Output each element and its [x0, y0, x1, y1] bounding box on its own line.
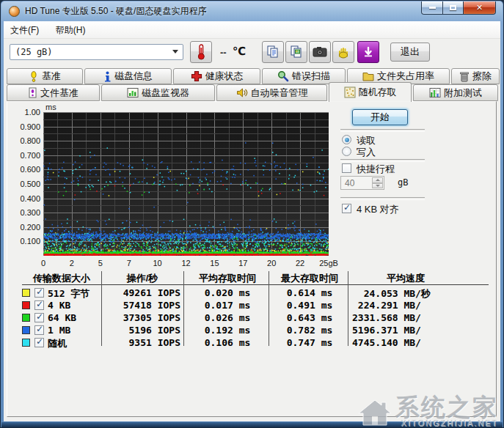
- camera-icon: [313, 46, 327, 58]
- column-header-avg-access: 平均存取时间: [186, 272, 269, 285]
- series-label: 512 字节: [48, 287, 90, 300]
- table-cell: 24.053 MB/秒: [352, 287, 494, 300]
- separator: [340, 159, 425, 162]
- table-cell: 0.747 ms: [271, 337, 348, 348]
- benchmark-icon: [29, 71, 39, 82]
- y-tick-label: 0.200: [7, 223, 40, 232]
- watermark-subtext: XITONGZHIJIA.NET: [395, 418, 498, 427]
- window-frame: HD Tune 专业版 5.50 - 硬盘/固态硬盘实用程序 ✕ 文件(F) 帮…: [0, 0, 504, 428]
- y-tick-label: 0.400: [7, 194, 40, 203]
- separator: [340, 129, 425, 132]
- short-stroke-label: 快捷行程: [357, 163, 395, 176]
- tab-aam[interactable]: 自动噪音管理: [216, 84, 327, 101]
- table-cell: 0.192 ms: [186, 325, 269, 336]
- tab-label: 磁盘监视器: [142, 86, 189, 100]
- table-cell: 0.782 ms: [271, 325, 348, 336]
- series-label: 4 KB: [48, 300, 70, 311]
- series-visibility-checkbox[interactable]: [34, 338, 44, 347]
- copy-text-button[interactable]: [262, 41, 284, 63]
- tab-disk-info[interactable]: 磁盘信息: [84, 68, 172, 84]
- copy-image-icon: [290, 45, 303, 59]
- series-visibility-checkbox[interactable]: [34, 288, 44, 298]
- x-tick-label: 20: [259, 259, 284, 268]
- tab-label: 错误扫描: [292, 70, 330, 83]
- x-tick-label: 25gB: [316, 259, 341, 268]
- window-controls: ✕: [421, 1, 496, 15]
- table-cell: 0.026 ms: [186, 312, 269, 323]
- spin-down-button[interactable]: [372, 183, 383, 189]
- minimize-button[interactable]: [421, 1, 443, 15]
- series-color-swatch: [22, 314, 30, 322]
- column-separator: [101, 271, 102, 346]
- exit-button[interactable]: 退出: [390, 43, 430, 62]
- series-visibility-checkbox[interactable]: [34, 313, 44, 322]
- tab-random-access[interactable]: 随机存取: [329, 82, 412, 102]
- table-cell: 224.291 MB/: [352, 300, 494, 311]
- read-radio[interactable]: [342, 135, 351, 144]
- close-icon: ✕: [476, 3, 483, 12]
- temperature-button[interactable]: [190, 41, 212, 63]
- tab-extra-tests[interactable]: 附加测试: [413, 84, 498, 101]
- hand-button[interactable]: [332, 41, 354, 63]
- short-stroke-spinner[interactable]: 40: [340, 176, 384, 190]
- short-stroke-checkbox[interactable]: [342, 163, 351, 173]
- x-tick-label: 7: [117, 259, 142, 268]
- health-icon: [191, 70, 202, 82]
- tab-label: 自动噪音管理: [251, 86, 308, 100]
- series-visibility-checkbox[interactable]: [34, 325, 44, 335]
- align-checkbox[interactable]: [342, 204, 351, 213]
- x-tick-label: 17: [230, 259, 255, 268]
- x-tick-label: 5: [88, 259, 113, 268]
- temperature-unit: ℃: [233, 45, 246, 58]
- start-button[interactable]: 开始: [352, 109, 408, 125]
- short-stroke-unit: gB: [398, 177, 408, 188]
- tab-row-1: 基准 磁盘信息 健康状态 错误扫描 文件夹占用率 擦除: [7, 68, 500, 84]
- tab-health[interactable]: 健康状态: [173, 68, 260, 84]
- random-access-page: ms 1.000.9000.8000.7000.6000.5000.4000.3…: [7, 101, 497, 417]
- maximize-icon: [450, 5, 456, 10]
- extra-tests-icon: [429, 87, 441, 98]
- screenshot-button[interactable]: [309, 41, 331, 63]
- menu-help[interactable]: 帮助(H): [49, 21, 92, 38]
- x-tick-label: 12: [174, 259, 199, 268]
- series-color-swatch: [22, 339, 30, 347]
- tab-label: 磁盘信息: [114, 70, 153, 83]
- download-button[interactable]: [357, 41, 379, 63]
- spin-up-button[interactable]: [372, 177, 383, 183]
- tab-label: 附加测试: [444, 86, 482, 100]
- disk-monitor-icon: [127, 87, 139, 98]
- y-axis-unit-label: ms: [45, 103, 56, 111]
- tab-label: 健康状态: [205, 70, 244, 83]
- temperature-value: --: [220, 47, 227, 58]
- column-separator: [269, 271, 269, 346]
- column-header-avg-speed: 平均速度: [351, 272, 461, 285]
- spinner-arrows: [372, 177, 383, 188]
- tab-file-benchmark[interactable]: 文件基准: [7, 84, 100, 101]
- watermark-text: 系统之家: [395, 396, 498, 418]
- write-label: 写入: [357, 146, 376, 159]
- folder-usage-icon: [362, 71, 374, 81]
- drive-select-dropdown[interactable]: (25 gB): [10, 44, 183, 60]
- copy-image-button[interactable]: [285, 41, 307, 63]
- table-cell: 0.020 ms: [186, 287, 269, 298]
- tab-label: 随机存取: [359, 86, 397, 99]
- app-disk-icon: [9, 6, 20, 17]
- separator: [340, 197, 425, 200]
- tab-disk-monitor[interactable]: 磁盘监视器: [101, 84, 215, 101]
- write-radio[interactable]: [342, 147, 351, 156]
- tab-label: 文件夹占用率: [377, 70, 434, 83]
- y-tick-label: 0.500: [7, 180, 40, 188]
- house-icon: [356, 396, 394, 428]
- series-visibility-checkbox[interactable]: [34, 300, 44, 310]
- tab-erase[interactable]: 擦除: [451, 68, 500, 84]
- header-underline: [22, 284, 489, 285]
- close-button[interactable]: ✕: [464, 1, 496, 15]
- maximize-button[interactable]: [443, 1, 464, 15]
- tab-row-2: 文件基准 磁盘监视器 自动噪音管理 随机存取 附加测试: [7, 84, 498, 101]
- tab-benchmark[interactable]: 基准: [7, 68, 83, 84]
- chevron-down-icon: [172, 50, 178, 54]
- x-tick-label: 22: [288, 259, 313, 268]
- table-cell: 5196.371 MB/: [352, 325, 494, 336]
- tab-label: 文件基准: [40, 86, 78, 100]
- menu-file[interactable]: 文件(F): [4, 21, 45, 38]
